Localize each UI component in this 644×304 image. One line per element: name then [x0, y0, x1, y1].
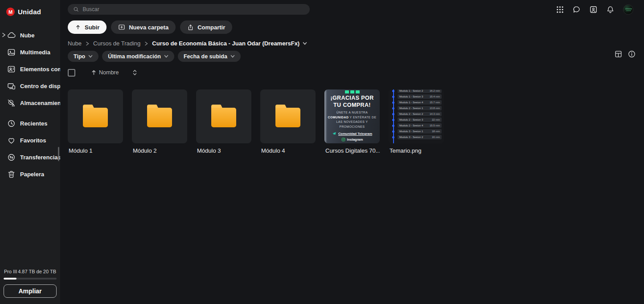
instagram-link: Instagram [324, 138, 380, 142]
devices-icon [7, 82, 16, 90]
folder-icon [211, 108, 236, 127]
chevron-right-icon [86, 41, 89, 46]
filter-chips: Tipo Última modificación Fecha de subida [68, 51, 644, 62]
image-icon [7, 48, 16, 57]
folder-card-modulo-3[interactable]: Módulo 3 [196, 89, 251, 154]
sidebar-item-elementos-compartidos[interactable]: Elementos compartidos [0, 61, 60, 77]
temario-row: Modulo 3 - Sesion 118 min [398, 129, 442, 134]
action-buttons: Subir Nueva carpeta Compartir [68, 20, 644, 34]
sidebar-item-almacenamiento[interactable]: Almacenamiento [0, 94, 60, 111]
temario-row: Modulo 1 - Sesion 315.4 min [398, 94, 442, 99]
chat-icon[interactable] [572, 5, 581, 14]
sidebar-item-papelera[interactable]: Papelera [0, 166, 60, 182]
temario-row: Modulo 2 - Sesion 113.8 min [398, 106, 442, 110]
cropped-green-logo [343, 90, 361, 93]
sidebar-item-label: Recientes [20, 120, 47, 127]
image-card-temario[interactable]: Modulo 1 - Sesion 216.2 min Modulo 1 - S… [389, 89, 444, 154]
folder-tile [68, 89, 123, 143]
mega-logo-icon: M [6, 8, 15, 16]
chevron-right-icon [2, 32, 6, 37]
folder-icon [275, 108, 300, 127]
sidebar: M Unidad Nube Multimedia Elementos compa… [0, 0, 60, 304]
sidebar-item-transferencias[interactable]: Transferencias [0, 149, 60, 166]
item-name: Cursos Digitales 70... [324, 147, 380, 154]
storage-progress-fill [4, 278, 16, 280]
cloud-icon [7, 31, 16, 40]
file-grid: Módulo 1 Módulo 2 Módulo 3 Módulo 4 [68, 89, 644, 154]
transfers-icon [7, 153, 16, 162]
sidebar-item-label: Transferencias [20, 154, 60, 161]
sidebar-item-recientes[interactable]: Recientes [0, 115, 60, 132]
item-name: Temario.png [389, 147, 444, 154]
filter-tipo[interactable]: Tipo [68, 51, 98, 62]
plan-name: Pro III [4, 269, 17, 274]
app-logo[interactable]: M Unidad [0, 0, 60, 16]
sidebar-item-favoritos[interactable]: Favoritos [0, 132, 60, 149]
select-all-checkbox[interactable] [68, 69, 75, 77]
notifications-bell-icon[interactable] [606, 5, 615, 14]
app-name: Unidad [18, 8, 41, 16]
breadcrumb-item-cursos[interactable]: Cursos de Trading [93, 40, 140, 47]
sidebar-item-label: Almacenamiento [20, 100, 60, 106]
upload-button[interactable]: Subir [68, 20, 107, 34]
sort-column-label: Nombre [99, 69, 119, 76]
folder-tile [260, 89, 316, 143]
view-controls [614, 50, 636, 58]
search-input[interactable] [82, 6, 304, 12]
filter-ultima-modificacion[interactable]: Última modificación [102, 51, 174, 62]
list-header: Nombre [68, 68, 644, 77]
share-button[interactable]: Compartir [180, 20, 232, 34]
temario-thumbnail: Modulo 1 - Sesion 216.2 min Modulo 1 - S… [389, 89, 444, 143]
topbar [68, 4, 644, 15]
filter-fecha-de-subida[interactable]: Fecha de subida [178, 51, 241, 62]
folder-icon [83, 108, 108, 127]
folder-card-modulo-4[interactable]: Módulo 4 [260, 89, 316, 154]
folder-tile [132, 89, 187, 143]
filter-label: Fecha de subida [184, 53, 227, 60]
thumb-body-text: ÚNETE A NUESTRA COMUNIDAD Y ENTÉRATE DE … [324, 110, 380, 129]
sidebar-item-nube[interactable]: Nube [0, 27, 60, 44]
apps-grid-icon[interactable] [556, 6, 564, 13]
sidebar-item-multimedia[interactable]: Multimedia [0, 44, 60, 61]
temario-row: Modulo 2 - Sesion 415.5 min [398, 123, 442, 128]
sort-by-name[interactable]: Nombre [91, 69, 119, 76]
sidebar-item-label: Elementos compartidos [20, 66, 60, 73]
breadcrumb-current-folder[interactable]: Curso de Economía Básica - Juan Odar (Dr… [152, 40, 307, 47]
sidebar-scrollbar[interactable] [58, 147, 59, 161]
thumb-title-line: TU COMPRA! [324, 102, 380, 109]
image-card-cursos-digitales[interactable]: ¡GRACIAS POR TU COMPRA! ÚNETE A NUESTRA … [324, 89, 380, 154]
search-icon [73, 6, 79, 12]
clock-icon [7, 119, 16, 128]
upgrade-button[interactable]: Ampliar [4, 284, 57, 298]
sidebar-section-gap [0, 111, 60, 115]
image-thumbnail: ¡GRACIAS POR TU COMPRA! ÚNETE A NUESTRA … [324, 89, 380, 143]
contacts-icon[interactable] [589, 5, 598, 14]
share-button-label: Compartir [197, 24, 225, 31]
temario-row: Modulo 1 - Sesion 216.2 min [398, 89, 442, 93]
eye-slash-warning-icon [7, 99, 16, 107]
top-icon-group [556, 4, 644, 15]
chevron-down-icon [88, 55, 93, 58]
search-bar[interactable] [68, 4, 310, 15]
folder-card-modulo-2[interactable]: Módulo 2 [132, 89, 187, 154]
sidebar-item-centro-de-dispositivos[interactable]: Centro de dispositivos [0, 77, 60, 94]
storage-usage: 4.87 TB de 20 TB [18, 269, 56, 274]
share-icon [187, 24, 194, 31]
temario-row: Modulo 2 - Sesion 214.3 min [398, 112, 442, 116]
sidebar-item-label: Centro de dispositivos [20, 83, 60, 89]
user-avatar[interactable] [623, 4, 633, 15]
item-name: Módulo 3 [196, 147, 251, 154]
trash-icon [7, 170, 16, 178]
info-icon[interactable] [628, 50, 636, 58]
sort-toggle-icon[interactable] [133, 69, 137, 76]
folder-card-modulo-1[interactable]: Módulo 1 [68, 89, 123, 154]
new-folder-button[interactable]: Nueva carpeta [111, 20, 176, 34]
chevron-right-icon [144, 41, 148, 46]
grid-view-icon[interactable] [614, 50, 623, 58]
item-name: Módulo 2 [132, 147, 187, 154]
chevron-down-icon [230, 55, 235, 58]
breadcrumb-item-nube[interactable]: Nube [68, 40, 82, 47]
temario-row: Modulo 1 - Sesion 415.7 min [398, 100, 442, 105]
image-thumbnail: Modulo 1 - Sesion 216.2 min Modulo 1 - S… [389, 89, 444, 143]
breadcrumb-current-label: Curso de Economía Básica - Juan Odar (Dr… [152, 40, 299, 47]
